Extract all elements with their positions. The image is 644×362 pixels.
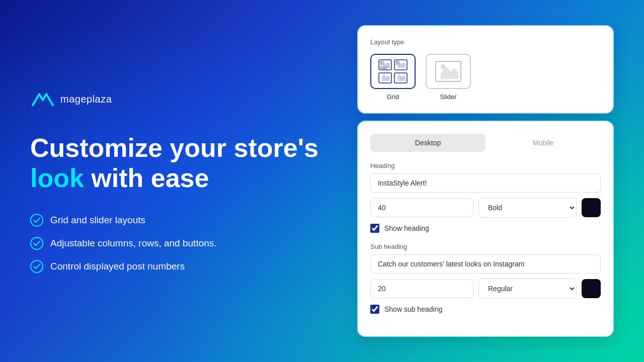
feature-item-3: Control displayed post numbers — [30, 260, 337, 273]
svg-point-2 — [31, 260, 43, 273]
hero-title: Customize your store's look with ease — [30, 133, 337, 194]
subheading-text-input[interactable] — [370, 254, 601, 274]
logo-text: mageplaza — [60, 94, 112, 105]
slider-label: Slider — [440, 93, 456, 101]
subheading-color-swatch[interactable] — [582, 279, 601, 298]
right-section: Layout type — [357, 25, 614, 337]
tab-desktop[interactable]: Desktop — [370, 134, 486, 152]
hero-title-line1: Customize your store's — [30, 133, 318, 162]
svg-point-0 — [31, 214, 43, 226]
subheading-font-style-select[interactable]: Regular Bold Italic Bold Italic — [478, 279, 577, 299]
check-icon-2 — [30, 237, 43, 250]
feature-item-2: Adjustable columns, rows, and buttons. — [30, 237, 337, 250]
tab-mobile[interactable]: Mobile — [486, 134, 601, 152]
subheading-font-size-input[interactable] — [370, 279, 473, 298]
layout-type-card: Layout type — [357, 25, 614, 114]
heading-checkbox-row: Show heading — [370, 224, 601, 233]
tab-row: Desktop Mobile — [370, 134, 601, 152]
heading-section-label: Heading — [370, 162, 601, 169]
layout-option-grid[interactable]: Grid — [370, 54, 416, 101]
slider-option-box[interactable] — [426, 54, 471, 89]
grid-option-box[interactable] — [370, 54, 416, 89]
check-icon-1 — [30, 214, 43, 227]
layout-type-label: Layout type — [370, 38, 601, 46]
settings-card: Desktop Mobile Heading Bold Regular Ital… — [357, 121, 614, 337]
content-wrapper: mageplaza Customize your store's look wi… — [0, 0, 644, 362]
subheading-input-row: Regular Bold Italic Bold Italic — [370, 279, 601, 299]
hero-title-highlight: look — [30, 163, 84, 193]
feature-text-3: Control displayed post numbers — [50, 261, 185, 272]
features-list: Grid and slider layouts Adjustable colum… — [30, 214, 337, 273]
check-icon-3 — [30, 260, 43, 273]
mageplaza-logo-icon — [30, 89, 55, 109]
svg-marker-10 — [397, 62, 406, 68]
heading-font-size-input[interactable] — [370, 198, 473, 217]
slider-layout-icon — [433, 59, 463, 84]
hero-title-rest: with ease — [84, 163, 209, 193]
svg-point-1 — [31, 237, 43, 249]
feature-text-1: Grid and slider layouts — [50, 215, 145, 226]
layout-option-slider[interactable]: Slider — [426, 54, 471, 101]
heading-color-swatch[interactable] — [582, 198, 601, 217]
heading-input-row: Bold Regular Italic Bold Italic — [370, 198, 601, 218]
svg-point-17 — [441, 64, 446, 69]
logo: mageplaza — [30, 89, 337, 109]
subheading-checkbox-row: Show sub heading — [370, 305, 601, 314]
left-section: mageplaza Customize your store's look wi… — [30, 89, 357, 273]
svg-marker-14 — [397, 74, 406, 81]
layout-options: Grid Slider — [370, 54, 601, 101]
show-heading-label: Show heading — [384, 224, 429, 232]
feature-text-2: Adjustable columns, rows, and buttons. — [50, 238, 217, 249]
subheading-section-label: Sub heading — [370, 243, 601, 250]
show-subheading-checkbox[interactable] — [370, 305, 379, 314]
heading-text-input[interactable] — [370, 173, 601, 193]
show-subheading-label: Show sub heading — [384, 305, 442, 313]
grid-layout-icon — [378, 59, 408, 84]
heading-font-style-select[interactable]: Bold Regular Italic Bold Italic — [478, 198, 577, 218]
show-heading-checkbox[interactable] — [370, 224, 379, 233]
svg-marker-7 — [382, 62, 390, 68]
svg-marker-12 — [382, 74, 390, 81]
grid-label: Grid — [387, 93, 399, 101]
feature-item-1: Grid and slider layouts — [30, 214, 337, 227]
